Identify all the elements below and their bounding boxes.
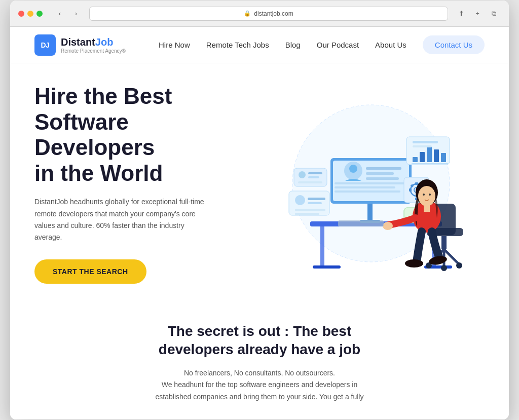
svg-point-61: [418, 186, 435, 206]
website-content: DJ DistantJob Remote Placement Agency® H…: [10, 27, 509, 419]
url-text: distantjob.com: [254, 10, 293, 17]
svg-rect-18: [335, 190, 400, 193]
browser-controls: ‹ ›: [53, 8, 83, 19]
svg-rect-44: [409, 188, 412, 192]
close-button[interactable]: [18, 11, 24, 17]
svg-rect-13: [366, 167, 401, 170]
start-search-button[interactable]: START THE SEARCH: [34, 259, 146, 284]
svg-point-56: [441, 265, 447, 271]
browser-window: ‹ › 🔒 distantjob.com ⬆ + ⧉ DJ DistantJob: [10, 1, 509, 419]
svg-rect-38: [298, 181, 322, 183]
svg-rect-64: [424, 205, 430, 212]
svg-line-54: [444, 249, 459, 264]
hero-content: Hire the Best Software Developers in the…: [34, 84, 247, 284]
traffic-lights: [18, 11, 43, 17]
secret-title: The secret is out : The best developers …: [34, 322, 485, 359]
share-button[interactable]: ⬆: [454, 8, 468, 19]
new-tab-button[interactable]: +: [470, 8, 485, 19]
logo[interactable]: DJ DistantJob Remote Placement Agency®: [34, 34, 126, 56]
svg-rect-31: [308, 202, 322, 204]
svg-rect-42: [415, 182, 418, 185]
svg-rect-17: [335, 186, 395, 188]
svg-point-66: [405, 259, 423, 268]
navigation: DJ DistantJob Remote Placement Agency® H…: [10, 27, 509, 63]
address-bar[interactable]: 🔒 distantjob.com: [89, 7, 448, 21]
secret-section: The secret is out : The best developers …: [10, 294, 509, 419]
forward-button[interactable]: ›: [69, 8, 83, 19]
svg-rect-5: [313, 265, 341, 269]
nav-blog[interactable]: Blog: [285, 41, 301, 49]
svg-rect-33: [295, 213, 319, 215]
nav-podcast[interactable]: Our Podcast: [317, 41, 359, 49]
svg-rect-16: [335, 182, 405, 184]
svg-point-65: [383, 222, 393, 230]
svg-rect-37: [308, 176, 319, 178]
logo-subtitle: Remote Placement Agency®: [61, 48, 126, 54]
svg-rect-25: [412, 163, 448, 164]
svg-point-63: [429, 194, 431, 196]
svg-rect-36: [308, 172, 322, 174]
browser-chrome: ‹ › 🔒 distantjob.com ⬆ + ⧉: [10, 1, 509, 27]
hero-illustration: 📞: [247, 87, 485, 280]
nav-remote-tech-jobs[interactable]: Remote Tech Jobs: [206, 41, 269, 49]
svg-point-12: [349, 165, 357, 173]
hero-description: DistantJob headhunts globally for except…: [34, 196, 207, 243]
svg-rect-22: [427, 147, 432, 162]
hero-title: Hire the Best Software Developers in the…: [34, 84, 247, 186]
svg-rect-51: [441, 236, 447, 249]
svg-rect-30: [308, 198, 325, 200]
secret-description: No freelancers, No consultants, No outso…: [138, 367, 381, 403]
svg-rect-27: [413, 145, 432, 147]
svg-rect-24: [441, 153, 446, 162]
lock-icon: 🔒: [244, 10, 251, 17]
logo-text: DistantJob Remote Placement Agency®: [61, 36, 126, 54]
svg-rect-7: [367, 201, 373, 222]
browser-actions: ⬆ + ⧉: [454, 8, 501, 19]
logo-name: DistantJob: [61, 36, 126, 48]
tabs-button[interactable]: ⧉: [487, 8, 501, 19]
nav-links: Hire Now Remote Tech Jobs Blog Our Podca…: [159, 35, 485, 54]
hero-section: Hire the Best Software Developers in the…: [10, 63, 509, 294]
svg-rect-68: [338, 220, 384, 226]
maximize-button[interactable]: [36, 11, 43, 17]
svg-rect-23: [434, 149, 439, 162]
svg-rect-3: [320, 226, 324, 267]
svg-rect-10: [333, 161, 409, 201]
svg-point-62: [423, 194, 425, 196]
svg-point-57: [456, 262, 462, 269]
svg-point-35: [299, 171, 306, 178]
logo-icon: DJ: [34, 34, 56, 56]
back-button[interactable]: ‹: [53, 8, 67, 19]
svg-rect-14: [366, 172, 394, 175]
hero-svg: 📞: [260, 92, 472, 275]
minimize-button[interactable]: [27, 11, 33, 17]
svg-point-29: [295, 195, 305, 205]
svg-rect-20: [413, 157, 418, 162]
nav-hire-now[interactable]: Hire Now: [159, 41, 190, 49]
svg-rect-26: [413, 141, 438, 143]
svg-rect-15: [366, 177, 399, 180]
svg-rect-21: [420, 152, 425, 162]
contact-us-button[interactable]: Contact Us: [423, 35, 485, 54]
nav-about-us[interactable]: About Us: [375, 41, 406, 49]
svg-rect-32: [295, 209, 325, 211]
